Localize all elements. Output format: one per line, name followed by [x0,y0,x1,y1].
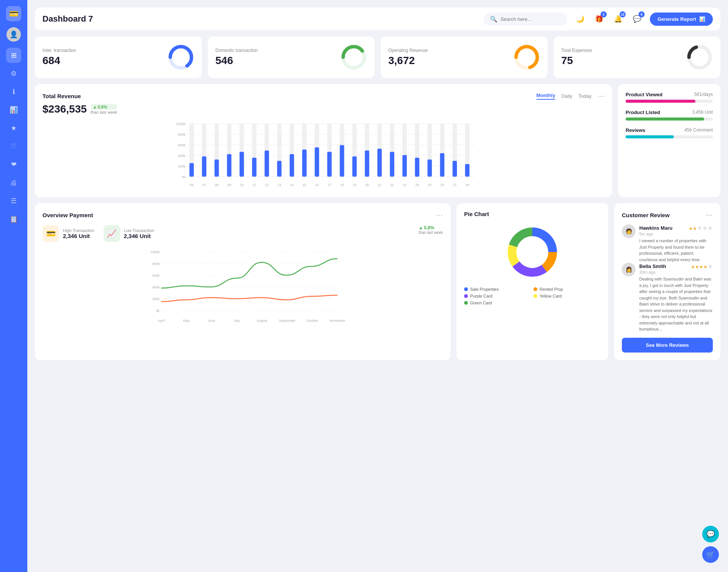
svg-text:27: 27 [453,183,457,187]
svg-text:November: November [329,319,345,323]
svg-text:08: 08 [215,183,218,187]
svg-rect-33 [240,152,244,177]
legend-dot [533,287,537,291]
high-transaction-label: High Transaction [63,228,94,233]
revenue-chart-card: Total Revenue Monthly Daily Today ⋯ $236… [35,84,612,197]
metric-value: 3,456 Unit [692,110,713,115]
support-fab[interactable]: 💬 [702,526,719,542]
sidebar-item-heart[interactable]: ♡ [6,139,21,154]
stat-card: Total Expenses 75 [554,36,720,78]
see-more-reviews-button[interactable]: See More Reviews [622,338,713,353]
stat-value: 75 [561,55,592,67]
stat-info: Total Expenses 75 [561,48,592,67]
reviewer-text: Dealing with Syamsudin and Bakri was a j… [639,276,713,332]
reviewer-content: Bella Smith ★★★★★ 20m ago Dealing with S… [639,263,713,332]
overview-pct-sub: than last week [419,230,443,235]
progress-bar [626,118,713,121]
tab-daily[interactable]: Daily [561,93,572,99]
more-dots-overview[interactable]: ⋯ [436,211,443,219]
svg-text:October: October [306,319,318,323]
sidebar-item-docs[interactable]: 📋 [6,212,21,227]
svg-rect-84 [453,161,457,177]
donut-chart [686,44,713,71]
stats-row: Inter. transaction 684 Domestic transact… [35,36,720,78]
stat-label: Operating Revenue [388,48,428,53]
gift-icon-btn[interactable]: 🎁 2 [592,12,606,26]
metric-value: 561/days [694,92,713,97]
svg-rect-51 [315,147,319,177]
line-chart-path [161,295,337,302]
pie-chart-card: Pie Chart Sale PropertiesRented PropPurp… [457,203,608,360]
legend-dot [533,294,537,298]
svg-text:May: May [183,319,190,323]
stat-info: Domestic transaction 546 [215,48,258,67]
revenue-chart-title: Total Revenue [42,93,81,99]
svg-text:600k: 600k [178,143,185,147]
search-box[interactable]: 🔍 [484,13,567,26]
svg-text:19: 19 [353,183,356,187]
more-dots-revenue[interactable]: ⋯ [598,92,604,100]
high-transaction-value: 2,346 Unit [63,233,94,239]
tab-today[interactable]: Today [578,93,592,99]
more-dots-review[interactable]: ⋯ [706,211,713,219]
stat-label: Total Expenses [561,48,592,53]
reviewer-name: Hawkins Maru [639,225,672,231]
svg-rect-87 [465,164,470,177]
sidebar-item-star[interactable]: ★ [6,121,21,136]
sidebar-item-info[interactable]: ℹ [6,84,21,99]
sidebar-item-chart[interactable]: 📊 [6,102,21,118]
svg-rect-66 [377,149,382,177]
fab-area: 💬 🛒 [702,526,719,563]
legend-label: Sale Properties [470,287,499,291]
review-header: Customer Review ⋯ [622,211,713,219]
sidebar-item-menu[interactable]: ☰ [6,193,21,208]
sidebar-item-settings[interactable]: ⚙ [6,66,21,81]
svg-text:600k: 600k [152,274,160,277]
sidebar-item-dashboard[interactable]: ⊞ [6,48,21,63]
legend-item: Sale Properties [464,287,531,291]
revenue-sub: than last week [91,110,117,114]
stat-label: Domestic transaction [215,48,258,53]
svg-rect-45 [290,154,294,177]
svg-text:20: 20 [365,183,369,187]
svg-rect-75 [415,158,419,177]
sidebar-item-print[interactable]: 🖨 [6,175,21,190]
sidebar-item-heart2[interactable]: ❤ [6,157,21,172]
svg-rect-78 [427,160,432,177]
svg-text:800k: 800k [178,133,185,136]
revenue-value: $236,535 [42,103,87,115]
stat-value: 546 [215,55,258,67]
svg-text:10: 10 [240,183,244,187]
revenue-chart-header: Total Revenue Monthly Daily Today ⋯ [42,92,604,100]
svg-text:September: September [279,319,295,323]
sidebar-logo[interactable]: 💳 [6,6,21,21]
reviewer-time: 20m ago [639,270,713,274]
metric-header: Reviews 456 Comment [626,127,713,133]
metric-label: Product Viewed [626,92,662,97]
review-item: 👩 Bella Smith ★★★★★ 20m ago Dealing with… [622,263,713,332]
revenue-chart-tabs: Monthly Daily Today ⋯ [537,92,604,100]
dark-mode-toggle[interactable]: 🌙 [573,12,587,26]
tab-monthly[interactable]: Monthly [537,92,555,100]
search-icon: 🔍 [490,16,497,23]
svg-text:11: 11 [253,183,256,187]
metrics-panel: Product Viewed 561/days Product Listed 3… [618,84,720,197]
sidebar-avatar[interactable]: 👤 [6,27,21,42]
bell-icon-btn[interactable]: 🔔 12 [611,12,625,26]
generate-report-button[interactable]: Generate Report 📊 [650,13,713,26]
progress-fill [626,118,704,121]
search-input[interactable] [500,16,557,22]
customer-review-card: Customer Review ⋯ 🧑 Hawkins Maru ★★★★★ 5… [614,203,720,360]
legend-dot [464,294,468,298]
chat-icon-btn[interactable]: 💬 5 [630,12,644,26]
legend-item: Yellow Card [533,294,601,298]
reviewer-text: I viewed a number of properties with Jus… [639,238,713,263]
cart-fab[interactable]: 🛒 [702,546,719,563]
legend-label: Rented Prop [540,287,563,291]
line-chart-svg: 0k200k400k600k800k1000kAprilMayJuneJulyA… [42,248,443,324]
stat-label: Inter. transaction [42,48,76,53]
svg-text:24: 24 [415,183,419,187]
svg-text:June: June [208,319,215,323]
sidebar: 💳 👤 ⊞ ⚙ ℹ 📊 ★ ♡ ❤ 🖨 ☰ 📋 [0,0,27,572]
legend-item: Green Card [464,301,531,305]
